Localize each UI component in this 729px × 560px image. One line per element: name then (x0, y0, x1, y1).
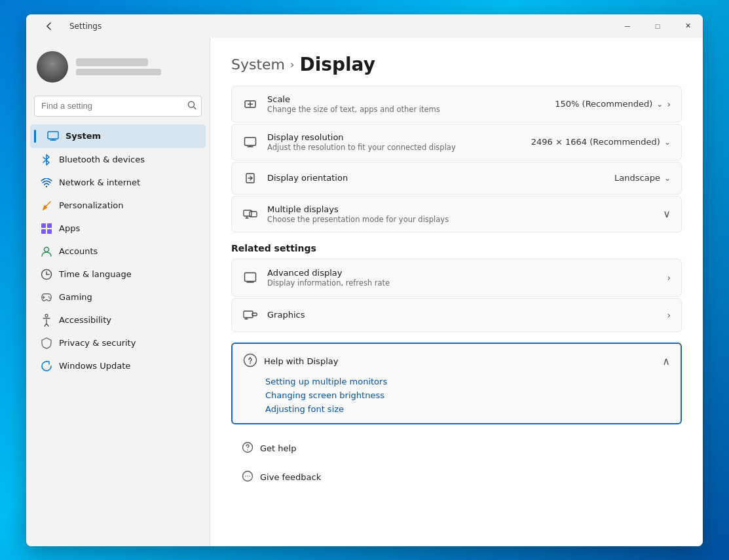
advanced-display-row[interactable]: Advanced display Display information, re… (231, 259, 682, 297)
svg-rect-8 (47, 223, 52, 228)
get-help-icon (242, 441, 253, 456)
search-icon (187, 100, 196, 111)
sidebar-label-privacy: Privacy & security (59, 338, 136, 348)
sidebar-item-bluetooth[interactable]: Bluetooth & devices (30, 149, 206, 171)
sidebar-label-network: Network & internet (59, 177, 140, 187)
sidebar-label-gaming: Gaming (59, 292, 92, 302)
sidebar-label-apps: Apps (59, 223, 80, 233)
give-feedback-text: Give feedback (260, 472, 321, 482)
help-icon (243, 353, 257, 370)
sidebar-item-apps[interactable]: Apps (30, 217, 206, 240)
help-link-0[interactable]: Setting up multiple monitors (265, 377, 670, 386)
svg-rect-2 (48, 132, 58, 139)
display-resolution-row[interactable]: Display resolution Adjust the resolution… (231, 124, 682, 160)
scale-text: Scale Change the size of text, apps and … (267, 94, 555, 114)
svg-point-38 (244, 354, 257, 366)
advanced-display-title: Advanced display (267, 268, 667, 278)
orientation-icon (242, 170, 258, 186)
personalization-icon (41, 200, 52, 212)
scale-value-text: 150% (Recommended) (555, 99, 652, 109)
svg-rect-9 (41, 229, 46, 234)
sidebar-item-personalization[interactable]: Personalization (30, 195, 206, 217)
sidebar: System Bluetooth & devices (26, 38, 210, 546)
resolution-dropdown-icon: ⌄ (664, 138, 671, 147)
search-box[interactable] (34, 96, 202, 117)
breadcrumb: System › Display (231, 54, 682, 75)
multiple-displays-title: Multiple displays (267, 204, 663, 214)
scale-value: 150% (Recommended) ⌄ › (555, 99, 671, 109)
scale-desc: Change the size of text, apps and other … (267, 105, 555, 114)
svg-point-19 (45, 314, 48, 317)
user-info (76, 58, 161, 75)
svg-point-42 (247, 449, 248, 451)
sidebar-label-system: System (65, 131, 101, 141)
svg-point-18 (50, 297, 51, 299)
get-help-row[interactable]: Get help (231, 435, 682, 462)
svg-line-6 (46, 202, 50, 206)
avatar (37, 51, 68, 83)
sidebar-item-gaming[interactable]: Gaming (30, 286, 206, 308)
time-icon (41, 269, 52, 280)
give-feedback-row[interactable]: Give feedback (231, 464, 682, 491)
advanced-display-desc: Display information, refresh rate (267, 278, 667, 288)
sidebar-label-time: Time & language (59, 269, 132, 279)
windows-update-icon (41, 360, 52, 372)
resolution-text: Display resolution Adjust the resolution… (267, 132, 531, 152)
privacy-icon (41, 337, 52, 349)
sidebar-item-privacy[interactable]: Privacy & security (30, 332, 206, 354)
user-name-placeholder (76, 58, 148, 66)
main-content: System › Display Scale (210, 38, 703, 546)
orientation-value-text: Landscape (614, 173, 660, 183)
scale-chevron: › (667, 99, 671, 109)
close-button[interactable]: ✕ (673, 14, 703, 38)
multiple-displays-desc: Choose the presentation mode for your di… (267, 215, 663, 224)
advanced-display-icon (242, 270, 258, 286)
svg-rect-31 (245, 272, 256, 281)
help-title: Help with Display (264, 356, 338, 366)
settings-window: Settings ─ □ ✕ (26, 14, 703, 546)
svg-line-1 (194, 107, 196, 109)
orientation-value: Landscape ⌄ (614, 173, 671, 183)
help-link-2[interactable]: Adjusting font size (265, 404, 670, 414)
multiple-displays-expand-icon: ∨ (663, 208, 671, 220)
display-orientation-row[interactable]: Display orientation Landscape ⌄ (231, 162, 682, 195)
maximize-button[interactable]: □ (643, 14, 673, 38)
svg-point-46 (249, 476, 250, 477)
sidebar-label-personalization: Personalization (59, 200, 124, 210)
help-collapse-icon[interactable]: ∧ (662, 355, 670, 367)
scale-title: Scale (267, 94, 555, 104)
orientation-text: Display orientation (267, 173, 614, 183)
accessibility-icon (41, 314, 52, 326)
sidebar-item-time[interactable]: Time & language (30, 263, 206, 286)
scale-dropdown-icon: ⌄ (656, 100, 663, 109)
scale-row[interactable]: Scale Change the size of text, apps and … (231, 86, 682, 122)
graphics-icon (242, 307, 258, 323)
sidebar-item-accounts[interactable]: Accounts (30, 240, 206, 263)
sidebar-item-network[interactable]: Network & internet (30, 172, 206, 194)
orientation-dropdown-icon: ⌄ (664, 174, 671, 183)
svg-rect-10 (47, 229, 52, 234)
resolution-desc: Adjust the resolution to fit your connec… (267, 143, 531, 152)
help-link-1[interactable]: Changing screen brightness (265, 390, 670, 400)
search-input[interactable] (34, 96, 202, 117)
advanced-display-chevron: › (667, 272, 671, 283)
user-section (26, 43, 210, 93)
sidebar-item-system[interactable]: System (30, 124, 206, 148)
multiple-displays-row[interactable]: Multiple displays Choose the presentatio… (231, 196, 682, 233)
resolution-value: 2496 × 1664 (Recommended) ⌄ (531, 137, 671, 147)
breadcrumb-current: Display (299, 54, 375, 75)
sidebar-item-accessibility[interactable]: Accessibility (30, 309, 206, 331)
minimize-button[interactable]: ─ (612, 14, 643, 38)
network-icon (41, 177, 52, 189)
orientation-title: Display orientation (267, 173, 614, 183)
resolution-icon (242, 134, 258, 150)
gaming-icon (41, 291, 52, 303)
breadcrumb-chevron: › (290, 58, 294, 71)
graphics-title: Graphics (267, 310, 667, 320)
sidebar-item-windows-update[interactable]: Windows Update (30, 355, 206, 377)
graphics-row[interactable]: Graphics › (231, 298, 682, 332)
resolution-title: Display resolution (267, 132, 531, 142)
apps-icon (41, 223, 52, 234)
back-button[interactable] (34, 14, 64, 38)
give-feedback-icon (242, 470, 253, 485)
